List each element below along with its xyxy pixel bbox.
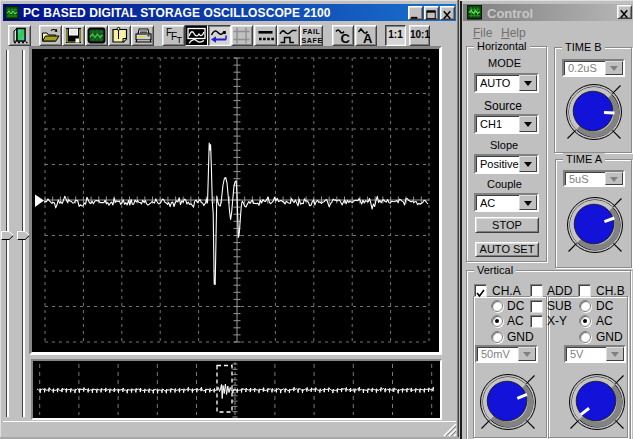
svg-text:C: C (341, 31, 351, 46)
svg-text:A: A (363, 31, 373, 46)
svg-text:T: T (177, 35, 183, 45)
